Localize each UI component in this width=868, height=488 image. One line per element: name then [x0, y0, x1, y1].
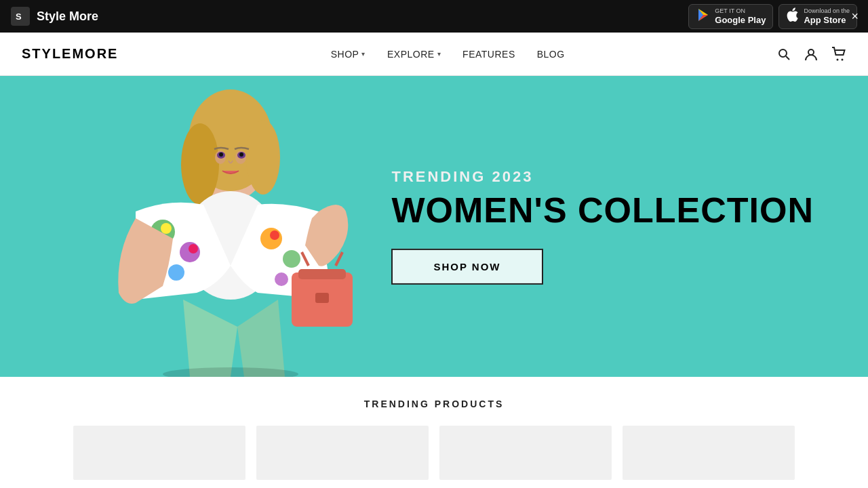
- svg-point-15: [246, 120, 280, 195]
- banner-logo-group: S Style More: [11, 7, 98, 26]
- svg-point-19: [161, 223, 172, 234]
- svg-text:S: S: [16, 12, 22, 22]
- svg-point-6: [779, 49, 787, 57]
- hero-content: TRENDING 2023 WOMEN'S COLLECTION SHOP NO…: [391, 168, 814, 285]
- nav-link-shop[interactable]: SHOP ▾: [331, 49, 366, 60]
- logo-icon: S: [11, 7, 30, 26]
- svg-point-23: [260, 228, 282, 249]
- svg-point-9: [836, 58, 838, 60]
- user-icon: [804, 47, 818, 61]
- svg-point-25: [283, 250, 300, 268]
- navbar-actions: [777, 47, 846, 62]
- app-buttons-group: GET IT ON Google Play Download on the Ap…: [688, 4, 857, 29]
- cart-button[interactable]: [831, 47, 846, 62]
- hero-model-image: [0, 76, 393, 377]
- product-card-3[interactable]: [439, 426, 612, 480]
- svg-rect-28: [298, 269, 346, 279]
- hero-title: WOMEN'S COLLECTION: [391, 191, 814, 230]
- explore-chevron-icon: ▾: [437, 50, 441, 58]
- nav-link-blog[interactable]: BLOG: [537, 49, 565, 60]
- banner-title: Style More: [37, 9, 98, 24]
- hero-section: TRENDING 2023 WOMEN'S COLLECTION SHOP NO…: [0, 76, 868, 377]
- nav-link-explore[interactable]: EXPLORE ▾: [387, 49, 441, 60]
- nav-item-explore[interactable]: EXPLORE ▾: [387, 49, 441, 60]
- brand-logo[interactable]: STYLEMORE: [22, 46, 118, 62]
- svg-point-10: [841, 58, 843, 60]
- svg-point-26: [275, 272, 288, 286]
- nav-item-features[interactable]: FEATURES: [462, 48, 515, 60]
- svg-point-20: [180, 242, 200, 262]
- svg-point-21: [189, 244, 198, 253]
- banner-close-button[interactable]: ×: [847, 9, 863, 24]
- products-grid: [0, 426, 868, 480]
- search-button[interactable]: [777, 47, 791, 61]
- google-play-small-label: GET IT ON: [715, 7, 766, 15]
- svg-point-22: [168, 264, 184, 281]
- svg-point-8: [808, 49, 814, 55]
- svg-rect-31: [315, 293, 329, 303]
- products-section-title: TRENDING PRODUCTS: [0, 399, 868, 409]
- nav-item-blog[interactable]: BLOG: [537, 48, 565, 60]
- svg-point-14: [181, 123, 219, 205]
- google-play-label: Google Play: [715, 15, 766, 26]
- app-store-small-label: Download on the: [804, 7, 850, 15]
- app-store-label: App Store: [804, 15, 850, 26]
- app-store-text: Download on the App Store: [804, 7, 850, 25]
- search-icon: [777, 47, 791, 61]
- shop-now-button[interactable]: SHOP NOW: [391, 249, 542, 285]
- app-store-icon: [786, 7, 800, 26]
- nav-link-features[interactable]: FEATURES: [462, 49, 515, 60]
- top-banner: S Style More GET IT ON Google Play: [0, 0, 868, 33]
- login-button[interactable]: [804, 47, 818, 61]
- main-navbar: STYLEMORE SHOP ▾ EXPLORE ▾ FEATURES BLOG: [0, 33, 868, 76]
- products-section: TRENDING PRODUCTS: [0, 377, 868, 480]
- product-card-2[interactable]: [256, 426, 429, 480]
- product-card-4[interactable]: [623, 426, 795, 480]
- product-card-1[interactable]: [73, 426, 245, 480]
- hero-subtitle: TRENDING 2023: [391, 168, 814, 186]
- google-play-button[interactable]: GET IT ON Google Play: [688, 4, 773, 29]
- cart-icon: [831, 47, 846, 62]
- svg-point-24: [270, 230, 279, 240]
- app-store-button[interactable]: Download on the App Store: [778, 4, 857, 29]
- svg-line-7: [786, 56, 789, 60]
- google-play-icon: [696, 7, 711, 26]
- shop-chevron-icon: ▾: [361, 50, 366, 58]
- google-play-text: GET IT ON Google Play: [715, 7, 766, 25]
- main-nav: SHOP ▾ EXPLORE ▾ FEATURES BLOG: [331, 48, 565, 60]
- nav-item-shop[interactable]: SHOP ▾: [331, 49, 366, 60]
- svg-point-36: [219, 152, 223, 157]
- svg-point-37: [239, 152, 243, 157]
